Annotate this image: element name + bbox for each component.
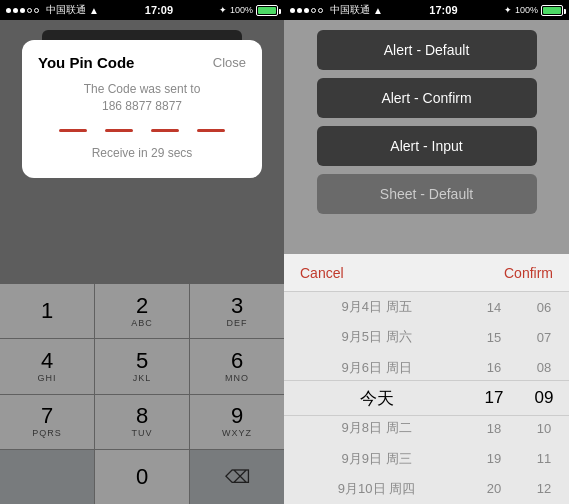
picker-hour-row-6: 20 bbox=[469, 474, 519, 504]
picker-toolbar: Cancel Confirm bbox=[284, 254, 569, 292]
picker-minute-row-3: 09 bbox=[519, 383, 569, 413]
pin-dash-1 bbox=[59, 129, 87, 132]
dot2 bbox=[13, 8, 18, 13]
left-status-bar: 中国联通 ▲ 17:09 ✦ 100% bbox=[0, 0, 284, 20]
alert-confirm-button[interactable]: Alert - Confirm bbox=[317, 78, 537, 118]
rdot1 bbox=[290, 8, 295, 13]
picker-date-row-2: 9月6日 周日 bbox=[284, 353, 469, 383]
rdot2 bbox=[297, 8, 302, 13]
left-panel: 中国联通 ▲ 17:09 ✦ 100% Sheet - Default 1 2 bbox=[0, 0, 284, 504]
picker-minute-row-5: 11 bbox=[519, 443, 569, 473]
picker-area: Cancel Confirm 9月4日 周五 9月5日 周六 9月6日 周日 今… bbox=[284, 254, 569, 504]
modal-close-button[interactable]: Close bbox=[213, 55, 246, 70]
picker-col-date[interactable]: 9月4日 周五 9月5日 周六 9月6日 周日 今天 9月8日 周二 9月9日 … bbox=[284, 292, 469, 504]
right-time: 17:09 bbox=[429, 4, 457, 16]
rdot4 bbox=[311, 8, 316, 13]
right-battery-fill bbox=[543, 7, 561, 14]
right-battery-icon bbox=[541, 5, 563, 16]
picker-confirm-button[interactable]: Confirm bbox=[504, 265, 553, 281]
right-status-right: ✦ 100% bbox=[504, 5, 563, 16]
signal-dots bbox=[6, 8, 39, 13]
picker-minute-row-1: 07 bbox=[519, 322, 569, 352]
picker-columns: 9月4日 周五 9月5日 周六 9月6日 周日 今天 9月8日 周二 9月9日 … bbox=[284, 292, 569, 504]
left-carrier: 中国联通 bbox=[46, 3, 86, 17]
picker-minute-row-0: 06 bbox=[519, 292, 569, 322]
pin-dash-4 bbox=[197, 129, 225, 132]
picker-date-row-5: 9月9日 周三 bbox=[284, 443, 469, 473]
picker-hour-row-4: 18 bbox=[469, 413, 519, 443]
pin-dash-3 bbox=[151, 129, 179, 132]
alert-default-button[interactable]: Alert - Default bbox=[317, 30, 537, 70]
modal-header: You Pin Code Close bbox=[38, 54, 246, 71]
picker-date-row-4: 9月8日 周二 bbox=[284, 413, 469, 443]
picker-cancel-button[interactable]: Cancel bbox=[300, 265, 344, 281]
modal-box: You Pin Code Close The Code was sent to1… bbox=[22, 40, 262, 178]
battery-fill bbox=[258, 7, 276, 14]
sheet-default-button[interactable]: Sheet - Default bbox=[317, 174, 537, 214]
picker-hour-row-3: 17 bbox=[469, 383, 519, 413]
picker-hour-row-1: 15 bbox=[469, 322, 519, 352]
dot3 bbox=[20, 8, 25, 13]
right-status-bar: 中国联通 ▲ 17:09 ✦ 100% bbox=[284, 0, 569, 20]
picker-date-row-0: 9月4日 周五 bbox=[284, 292, 469, 322]
dot4 bbox=[27, 8, 32, 13]
left-status-left: 中国联通 ▲ bbox=[6, 3, 99, 17]
battery-icon bbox=[256, 5, 278, 16]
right-bluetooth-icon: ✦ bbox=[504, 5, 512, 15]
picker-hour-row-0: 14 bbox=[469, 292, 519, 322]
left-status-right: ✦ 100% bbox=[219, 5, 278, 16]
dot1 bbox=[6, 8, 11, 13]
picker-hour-row-2: 16 bbox=[469, 353, 519, 383]
left-wifi-icon: ▲ bbox=[89, 5, 99, 16]
picker-date-row-3-today: 今天 bbox=[284, 383, 469, 413]
bluetooth-icon: ✦ bbox=[219, 5, 227, 15]
right-wifi-icon: ▲ bbox=[373, 5, 383, 16]
pin-dashes bbox=[38, 129, 246, 132]
modal-description: The Code was sent to186 8877 8877 bbox=[38, 81, 246, 115]
picker-minute-row-2: 08 bbox=[519, 353, 569, 383]
pin-dash-2 bbox=[105, 129, 133, 132]
rdot3 bbox=[304, 8, 309, 13]
picker-minute-row-4: 10 bbox=[519, 413, 569, 443]
right-status-left: 中国联通 ▲ bbox=[290, 3, 383, 17]
right-signal-dots bbox=[290, 8, 323, 13]
alert-input-button[interactable]: Alert - Input bbox=[317, 126, 537, 166]
right-menu-content: Alert - Default Alert - Confirm Alert - … bbox=[284, 20, 569, 214]
receive-text: Receive in 29 secs bbox=[38, 146, 246, 160]
picker-date-row-6: 9月10日 周四 bbox=[284, 474, 469, 504]
right-battery-text: 100% bbox=[515, 5, 538, 15]
modal-overlay: You Pin Code Close The Code was sent to1… bbox=[0, 20, 284, 504]
picker-col-hour[interactable]: 14 15 16 17 18 19 20 bbox=[469, 292, 519, 504]
picker-col-minute[interactable]: 06 07 08 09 10 11 12 bbox=[519, 292, 569, 504]
left-time: 17:09 bbox=[145, 4, 173, 16]
picker-minute-row-6: 12 bbox=[519, 474, 569, 504]
right-carrier: 中国联通 bbox=[330, 3, 370, 17]
dot5 bbox=[34, 8, 39, 13]
rdot5 bbox=[318, 8, 323, 13]
picker-hour-row-5: 19 bbox=[469, 443, 519, 473]
picker-date-row-1: 9月5日 周六 bbox=[284, 322, 469, 352]
battery-text: 100% bbox=[230, 5, 253, 15]
modal-title: You Pin Code bbox=[38, 54, 134, 71]
right-panel: 中国联通 ▲ 17:09 ✦ 100% Alert - Default Aler… bbox=[284, 0, 569, 504]
